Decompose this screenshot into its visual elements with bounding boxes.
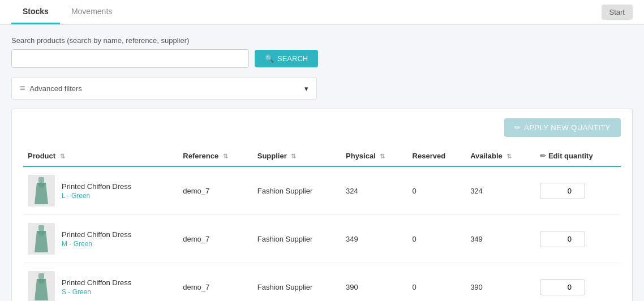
tabs-container: Stocks Movements xyxy=(11,0,123,24)
reserved-cell-0: 0 xyxy=(408,166,466,215)
sort-product-icon[interactable]: ⇅ xyxy=(60,153,65,160)
edit-quantity-cell-1 xyxy=(535,215,621,263)
tab-stocks[interactable]: Stocks xyxy=(11,0,60,24)
available-cell-1: 349 xyxy=(466,215,535,263)
main-content: Search products (search by name, referen… xyxy=(0,25,644,301)
advanced-filters-bar[interactable]: ≡ Advanced filters ▾ xyxy=(11,77,317,100)
physical-cell-0: 324 xyxy=(341,166,408,215)
table-body: Printed Chiffon Dress L - Green demo_7 F… xyxy=(23,166,621,301)
supplier-cell-0: Fashion Supplier xyxy=(253,166,341,215)
reference-cell-1: demo_7 xyxy=(178,215,252,263)
table-section: ✏ APPLY NEW QUANTITY Product ⇅ Reference… xyxy=(11,109,633,301)
apply-new-quantity-button[interactable]: ✏ APPLY NEW QUANTITY xyxy=(504,118,621,137)
col-physical: Physical ⇅ xyxy=(341,146,408,166)
svg-rect-6 xyxy=(38,273,44,279)
sort-supplier-icon[interactable]: ⇅ xyxy=(291,153,296,160)
reserved-cell-2: 0 xyxy=(408,263,466,302)
reserved-cell-1: 0 xyxy=(408,215,466,263)
product-cell-2: Printed Chiffon Dress S - Green xyxy=(23,263,178,302)
col-reserved: Reserved xyxy=(408,146,466,166)
product-variant-2: S - Green xyxy=(62,288,131,296)
search-row: 🔍 SEARCH xyxy=(11,49,633,68)
edit-quantity-cell-0 xyxy=(535,166,621,215)
product-variant-1: M - Green xyxy=(62,240,131,248)
product-cell-0: Printed Chiffon Dress L - Green xyxy=(23,166,178,215)
product-name-2: Printed Chiffon Dress xyxy=(62,278,131,287)
filter-icon: ≡ xyxy=(20,83,25,93)
physical-cell-1: 349 xyxy=(341,215,408,263)
search-label: Search products (search by name, referen… xyxy=(11,36,633,45)
edit-col-pencil-icon: ✏ xyxy=(540,152,546,160)
pencil-icon: ✏ xyxy=(514,123,521,132)
product-info-2: Printed Chiffon Dress S - Green xyxy=(62,278,131,296)
supplier-cell-2: Fashion Supplier xyxy=(253,263,341,302)
table-header-row: Product ⇅ Reference ⇅ Supplier ⇅ Physica… xyxy=(23,146,621,166)
product-image-2 xyxy=(28,271,55,301)
table-row: Printed Chiffon Dress S - Green demo_7 F… xyxy=(23,263,621,302)
filters-left: ≡ Advanced filters xyxy=(20,83,82,93)
product-name-0: Printed Chiffon Dress xyxy=(62,182,131,191)
tabs-bar: Stocks Movements Start xyxy=(0,0,644,25)
search-icon: 🔍 xyxy=(265,54,274,63)
start-button[interactable]: Start xyxy=(602,5,633,20)
edit-quantity-input-0[interactable] xyxy=(540,183,585,199)
available-cell-2: 390 xyxy=(466,263,535,302)
search-section: Search products (search by name, referen… xyxy=(11,36,633,68)
col-supplier: Supplier ⇅ xyxy=(253,146,341,166)
edit-quantity-input-2[interactable] xyxy=(540,279,585,295)
edit-quantity-input-1[interactable] xyxy=(540,231,585,247)
search-button-label: SEARCH xyxy=(277,54,308,63)
col-edit-quantity: ✏ Edit quantity xyxy=(535,146,621,166)
apply-btn-label: APPLY NEW QUANTITY xyxy=(524,123,611,132)
product-info-0: Printed Chiffon Dress L - Green xyxy=(62,182,131,200)
sort-available-icon[interactable]: ⇅ xyxy=(506,153,512,160)
product-variant-0: L - Green xyxy=(62,192,131,200)
product-cell-1: Printed Chiffon Dress M - Green xyxy=(23,215,178,263)
supplier-cell-1: Fashion Supplier xyxy=(253,215,341,263)
available-cell-0: 324 xyxy=(466,166,535,215)
sort-physical-icon[interactable]: ⇅ xyxy=(380,153,385,160)
search-input[interactable] xyxy=(11,49,249,68)
edit-quantity-cell-2 xyxy=(535,263,621,302)
product-info-1: Printed Chiffon Dress M - Green xyxy=(62,230,131,248)
tab-movements[interactable]: Movements xyxy=(60,0,123,24)
filters-label: Advanced filters xyxy=(29,84,82,93)
table-row: Printed Chiffon Dress M - Green demo_7 F… xyxy=(23,215,621,263)
stock-table: Product ⇅ Reference ⇅ Supplier ⇅ Physica… xyxy=(23,146,621,301)
chevron-down-icon: ▾ xyxy=(304,84,308,93)
product-image-1 xyxy=(28,223,55,255)
col-product: Product ⇅ xyxy=(23,146,178,166)
search-button[interactable]: 🔍 SEARCH xyxy=(255,50,318,67)
product-name-1: Printed Chiffon Dress xyxy=(62,230,131,239)
table-row: Printed Chiffon Dress L - Green demo_7 F… xyxy=(23,166,621,215)
svg-rect-0 xyxy=(38,177,44,183)
apply-btn-row: ✏ APPLY NEW QUANTITY xyxy=(23,118,621,137)
physical-cell-2: 390 xyxy=(341,263,408,302)
product-image-0 xyxy=(28,175,55,207)
sort-reference-icon[interactable]: ⇅ xyxy=(223,153,228,160)
reference-cell-2: demo_7 xyxy=(178,263,252,302)
svg-rect-3 xyxy=(38,225,44,231)
col-reference: Reference ⇅ xyxy=(178,146,252,166)
reference-cell-0: demo_7 xyxy=(178,166,252,215)
col-available: Available ⇅ xyxy=(466,146,535,166)
